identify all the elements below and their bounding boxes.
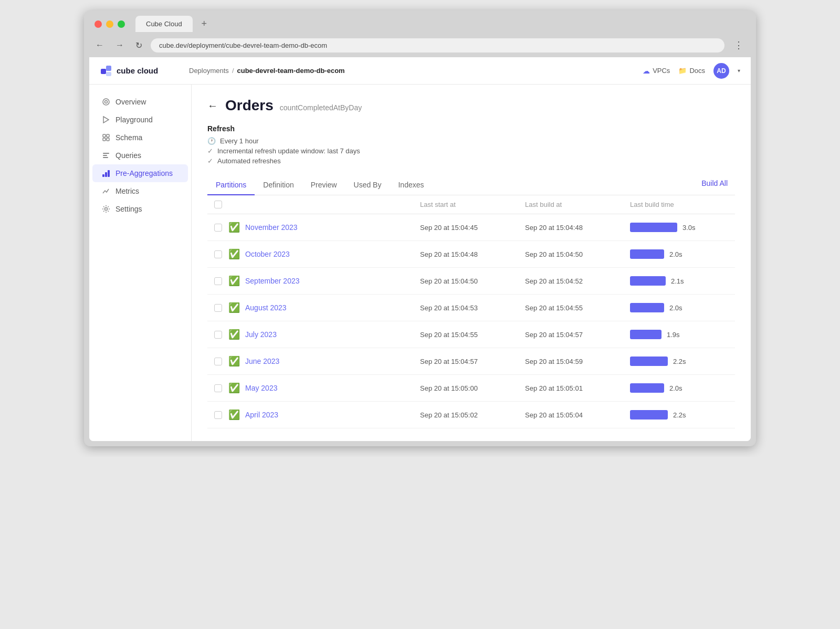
partition-name-link-5[interactable]: June 2023 bbox=[245, 357, 279, 365]
build-all-button[interactable]: Build All bbox=[694, 176, 735, 191]
partition-name-link-3[interactable]: August 2023 bbox=[245, 303, 287, 312]
address-bar[interactable] bbox=[151, 38, 724, 53]
playground-icon bbox=[102, 116, 110, 124]
row-checkbox-cell-4 bbox=[207, 331, 228, 339]
maximize-button[interactable] bbox=[118, 20, 125, 28]
forward-button[interactable]: → bbox=[112, 38, 127, 52]
row-checkbox-1[interactable] bbox=[214, 250, 222, 258]
build-bar-0 bbox=[630, 223, 677, 232]
svg-point-3 bbox=[103, 99, 109, 105]
docs-link[interactable]: 📁 Docs bbox=[678, 67, 705, 75]
close-button[interactable] bbox=[94, 20, 102, 28]
row-checkbox-0[interactable] bbox=[214, 224, 222, 232]
tab-preview[interactable]: Preview bbox=[302, 175, 345, 195]
build-time-text-0: 3.0s bbox=[682, 224, 696, 232]
chevron-down-icon[interactable]: ▾ bbox=[738, 68, 740, 74]
row-status-cell-5: ✅ June 2023 bbox=[228, 355, 420, 367]
row-status-cell-2: ✅ September 2023 bbox=[228, 275, 420, 287]
vpcs-label: VPCs bbox=[653, 67, 670, 75]
row-checkbox-4[interactable] bbox=[214, 331, 222, 339]
status-success-icon-0: ✅ bbox=[228, 222, 240, 233]
browser-menu-button[interactable]: ⋮ bbox=[730, 37, 748, 53]
tab-used-by[interactable]: Used By bbox=[345, 175, 390, 195]
clock-icon: 🕐 bbox=[207, 137, 216, 145]
partition-name-link-4[interactable]: July 2023 bbox=[245, 330, 277, 339]
queries-icon bbox=[102, 151, 110, 160]
logo-icon bbox=[100, 65, 112, 77]
row-last-build-0: Sep 20 at 15:04:48 bbox=[525, 224, 630, 232]
reload-button[interactable]: ↻ bbox=[132, 38, 145, 53]
svg-rect-7 bbox=[107, 134, 109, 137]
sidebar-item-queries[interactable]: Queries bbox=[92, 146, 188, 164]
build-time-text-2: 2.1s bbox=[671, 277, 684, 285]
sidebar-item-playground[interactable]: Playground bbox=[92, 111, 188, 129]
sidebar-item-pre-aggregations[interactable]: Pre-Aggregations bbox=[92, 164, 188, 182]
row-last-build-2: Sep 20 at 15:04:52 bbox=[525, 277, 630, 285]
build-bar-2 bbox=[630, 276, 666, 286]
select-all-checkbox[interactable] bbox=[214, 201, 222, 208]
partition-name-link-2[interactable]: September 2023 bbox=[245, 277, 300, 285]
back-navigation-button[interactable]: ← bbox=[207, 100, 218, 112]
tab-definition[interactable]: Definition bbox=[255, 175, 302, 195]
breadcrumb-current: cube-devrel-team-demo-db-ecom bbox=[237, 67, 345, 75]
active-tab[interactable]: Cube Cloud bbox=[135, 16, 193, 32]
main-content: ← Orders countCompletedAtByDay Refresh 🕐… bbox=[192, 85, 751, 441]
row-checkbox-6[interactable] bbox=[214, 384, 222, 392]
table-body: ✅ November 2023 Sep 20 at 15:04:45 Sep 2… bbox=[207, 214, 735, 428]
row-build-time-cell-0: 3.0s bbox=[630, 223, 735, 232]
partition-name-link-7[interactable]: April 2023 bbox=[245, 411, 278, 419]
row-checkbox-7[interactable] bbox=[214, 411, 222, 419]
row-checkbox-3[interactable] bbox=[214, 304, 222, 312]
avatar[interactable]: AD bbox=[713, 63, 729, 79]
page-title: Orders bbox=[225, 97, 274, 114]
sidebar-item-overview[interactable]: Overview bbox=[92, 93, 188, 111]
row-checkbox-cell-0 bbox=[207, 224, 228, 232]
row-checkbox-cell-3 bbox=[207, 304, 228, 312]
row-checkbox-2[interactable] bbox=[214, 277, 222, 285]
sidebar-item-settings[interactable]: Settings bbox=[92, 200, 188, 218]
row-checkbox-5[interactable] bbox=[214, 358, 222, 365]
row-status-cell-3: ✅ August 2023 bbox=[228, 302, 420, 313]
build-time-text-1: 2.0s bbox=[669, 250, 682, 258]
logo: cube cloud bbox=[100, 65, 189, 77]
svg-marker-5 bbox=[103, 117, 109, 123]
row-last-build-4: Sep 20 at 15:04:57 bbox=[525, 331, 630, 339]
partitions-table: Last start at Last build at Last build t… bbox=[207, 195, 735, 428]
row-checkbox-cell-6 bbox=[207, 384, 228, 392]
row-checkbox-cell-2 bbox=[207, 277, 228, 285]
tab-partitions[interactable]: Partitions bbox=[207, 175, 255, 195]
traffic-lights bbox=[89, 18, 130, 30]
partition-name-link-1[interactable]: October 2023 bbox=[245, 250, 290, 258]
page-title-group: Orders countCompletedAtByDay bbox=[225, 97, 362, 114]
table-row: ✅ July 2023 Sep 20 at 15:04:55 Sep 20 at… bbox=[207, 321, 735, 348]
svg-rect-9 bbox=[107, 138, 109, 141]
select-all-cell bbox=[207, 201, 228, 208]
new-tab-button[interactable]: + bbox=[197, 17, 212, 32]
row-status-cell-4: ✅ July 2023 bbox=[228, 329, 420, 340]
sidebar-item-metrics[interactable]: Metrics bbox=[92, 182, 188, 200]
row-last-build-5: Sep 20 at 15:04:59 bbox=[525, 358, 630, 365]
tab-indexes[interactable]: Indexes bbox=[390, 175, 432, 195]
row-build-time-cell-7: 2.2s bbox=[630, 410, 735, 420]
back-button[interactable]: ← bbox=[92, 38, 107, 52]
logo-text: cube cloud bbox=[117, 66, 158, 75]
page-subtitle: countCompletedAtByDay bbox=[280, 103, 362, 112]
status-success-icon-5: ✅ bbox=[228, 355, 240, 367]
breadcrumb: Deployments / cube-devrel-team-demo-db-e… bbox=[189, 67, 643, 75]
folder-icon: 📁 bbox=[678, 67, 687, 75]
svg-rect-13 bbox=[102, 174, 104, 177]
tabs-bar: Partitions Definition Preview Used By In… bbox=[207, 175, 735, 195]
build-bar-6 bbox=[630, 383, 664, 393]
breadcrumb-deployments[interactable]: Deployments bbox=[189, 67, 229, 75]
col-last-start: Last start at bbox=[420, 201, 525, 208]
partition-name-link-0[interactable]: November 2023 bbox=[245, 223, 298, 232]
sidebar-item-schema[interactable]: Schema bbox=[92, 129, 188, 146]
row-build-time-cell-2: 2.1s bbox=[630, 276, 735, 286]
vpcs-link[interactable]: ☁ VPCs bbox=[643, 67, 670, 75]
svg-point-4 bbox=[105, 101, 108, 103]
row-build-time-cell-6: 2.0s bbox=[630, 383, 735, 393]
partition-name-link-6[interactable]: May 2023 bbox=[245, 384, 277, 392]
svg-rect-14 bbox=[105, 172, 107, 177]
minimize-button[interactable] bbox=[106, 20, 113, 28]
metrics-icon bbox=[102, 187, 110, 195]
